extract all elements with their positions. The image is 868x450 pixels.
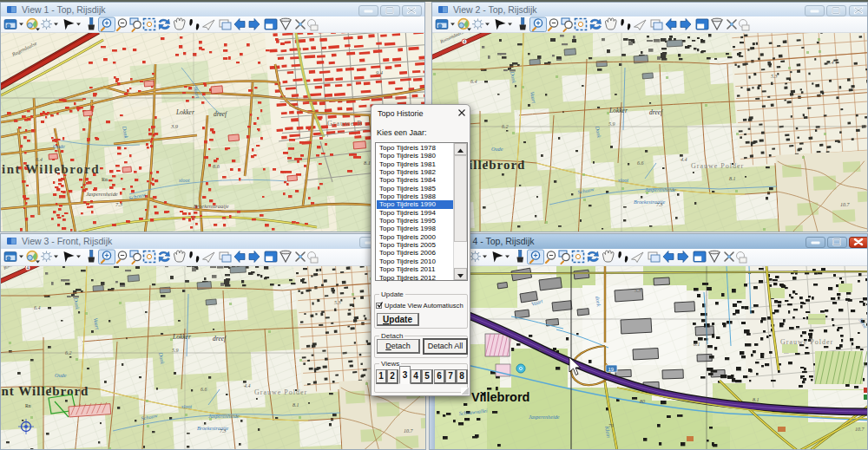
svg-text:6.2: 6.2	[502, 124, 509, 129]
svg-text:9.4: 9.4	[827, 60, 834, 65]
svg-text:10.7: 10.7	[840, 202, 851, 207]
svg-text:5.9: 5.9	[608, 121, 615, 127]
svg-text:10.7: 10.7	[855, 427, 865, 432]
svg-text:8.1: 8.1	[729, 176, 736, 181]
svg-text:dreef: dreef	[214, 110, 227, 118]
svg-text:Lokker: Lokker	[608, 107, 628, 114]
svg-text:6.4: 6.4	[36, 156, 43, 162]
svg-text:sloot: sloot	[618, 177, 628, 183]
svg-text:3.9: 3.9	[170, 123, 179, 129]
svg-text:19: 19	[608, 367, 615, 372]
svg-text:Villebrord: Villebrord	[471, 390, 529, 404]
svg-text:7.3: 7.3	[115, 201, 122, 207]
svg-text:sloot: sloot	[179, 177, 190, 183]
svg-text:Rn: Rn	[102, 177, 108, 182]
svg-text:Broekenstraatje: Broekenstraatje	[194, 203, 229, 209]
svg-text:Jasperenheide: Jasperenheide	[529, 414, 560, 420]
svg-text:7.3: 7.3	[656, 202, 663, 207]
svg-text:9.4: 9.4	[376, 69, 384, 75]
svg-text:Grauwe Polder: Grauwe Polder	[691, 162, 744, 170]
svg-text:6.4: 6.4	[470, 79, 477, 84]
svg-text:80: 80	[640, 399, 645, 404]
svg-text:Oude: Oude	[491, 146, 503, 152]
svg-text:5.3: 5.3	[635, 288, 641, 293]
svg-text:Grauwe B: Grauwe B	[327, 120, 363, 127]
svg-text:4: 4	[463, 39, 465, 44]
svg-text:6.6: 6.6	[213, 163, 220, 169]
svg-text:5.3: 5.3	[771, 74, 778, 79]
svg-text:8.1: 8.1	[694, 342, 700, 347]
svg-text:6.2: 6.2	[539, 347, 546, 352]
svg-text:8.1: 8.1	[753, 397, 760, 402]
svg-text:Jasperenheide: Jasperenheide	[645, 186, 676, 192]
svg-text:Jasperenheide: Jasperenheide	[86, 191, 118, 197]
svg-text:int Willebrord: int Willebrord	[2, 162, 100, 176]
svg-text:6.6: 6.6	[637, 160, 644, 166]
svg-text:8.1: 8.1	[364, 160, 371, 166]
svg-text:79: 79	[608, 423, 614, 428]
svg-text:Oude: Oude	[53, 143, 65, 149]
svg-text:Grauwe Polder: Grauwe Polder	[780, 338, 833, 346]
svg-text:Lokker: Lokker	[175, 108, 194, 116]
svg-text:dreef: dreef	[649, 108, 663, 116]
svg-text:4.4: 4.4	[681, 157, 687, 162]
